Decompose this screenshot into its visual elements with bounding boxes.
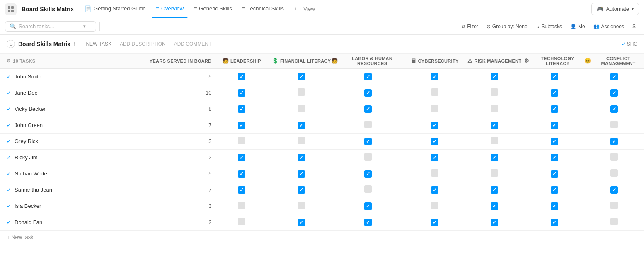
checkbox-unchecked[interactable] bbox=[610, 169, 618, 177]
checkbox-checked[interactable] bbox=[610, 186, 618, 194]
checkbox-checked[interactable] bbox=[551, 219, 558, 226]
checkbox-checked[interactable] bbox=[551, 138, 558, 145]
new-task-label[interactable]: + New task bbox=[0, 230, 644, 244]
search-chevron-icon[interactable]: ▾ bbox=[83, 24, 86, 29]
checkbox-checked[interactable] bbox=[298, 122, 305, 129]
assignees-button[interactable]: 👥 Assignees bbox=[590, 22, 627, 31]
new-task-button[interactable]: + NEW TASK bbox=[79, 40, 114, 48]
tab-generic-skills[interactable]: ≡ Generic Skills bbox=[189, 0, 236, 18]
task-check-icon[interactable]: ✓ bbox=[7, 138, 11, 144]
collapse-tasks-icon[interactable]: ⊖ bbox=[7, 58, 10, 63]
checkbox-checked[interactable] bbox=[610, 105, 618, 113]
checkbox-unchecked[interactable] bbox=[610, 218, 618, 225]
checkbox-checked[interactable] bbox=[364, 73, 372, 80]
tab-technical-skills[interactable]: ≡ Technical Skills bbox=[238, 0, 288, 18]
checkbox-checked[interactable] bbox=[551, 202, 558, 210]
checkbox-checked[interactable] bbox=[491, 219, 498, 226]
checkbox-unchecked[interactable] bbox=[238, 202, 245, 209]
info-icon[interactable]: ℹ bbox=[74, 41, 76, 47]
checkbox-checked[interactable] bbox=[610, 138, 618, 145]
checkbox-checked[interactable] bbox=[364, 170, 372, 178]
checkbox-checked[interactable] bbox=[551, 73, 558, 80]
checkbox-checked[interactable] bbox=[238, 154, 245, 161]
checkbox-checked[interactable] bbox=[298, 219, 305, 226]
checkbox-checked[interactable] bbox=[298, 186, 305, 194]
checkbox-unchecked[interactable] bbox=[431, 88, 438, 96]
group-by-button[interactable]: ⊙ Group by: None bbox=[483, 22, 531, 31]
checkbox-checked[interactable] bbox=[551, 89, 558, 97]
checkbox-checked[interactable] bbox=[238, 122, 245, 129]
checkbox-checked[interactable] bbox=[431, 154, 438, 161]
checkbox-unchecked[interactable] bbox=[491, 137, 498, 144]
task-check-icon[interactable]: ✓ bbox=[7, 106, 11, 112]
checkbox-checked[interactable] bbox=[491, 186, 498, 194]
checkbox-unchecked[interactable] bbox=[431, 169, 438, 177]
checkbox-checked[interactable] bbox=[238, 73, 245, 80]
checkbox-unchecked[interactable] bbox=[491, 169, 498, 177]
automate-button[interactable]: 🎮 Automate ▾ bbox=[591, 3, 639, 15]
checkbox-unchecked[interactable] bbox=[298, 202, 305, 209]
me-button[interactable]: 👤 Me bbox=[567, 22, 588, 31]
checkbox-checked[interactable] bbox=[491, 154, 498, 161]
search-input[interactable] bbox=[19, 23, 81, 29]
checkbox-unchecked[interactable] bbox=[238, 137, 245, 144]
task-check-icon[interactable]: ✓ bbox=[7, 73, 11, 80]
checkbox-checked[interactable] bbox=[431, 73, 438, 80]
checkbox-checked[interactable] bbox=[551, 105, 558, 113]
checkbox-checked[interactable] bbox=[364, 89, 372, 97]
subtasks-button[interactable]: ↳ Subtasks bbox=[533, 22, 565, 31]
checkbox-checked[interactable] bbox=[238, 186, 245, 194]
checkbox-checked[interactable] bbox=[551, 154, 558, 161]
add-comment-button[interactable]: ADD COMMENT bbox=[172, 40, 214, 48]
checkbox-unchecked[interactable] bbox=[364, 121, 372, 128]
checkbox-checked[interactable] bbox=[551, 170, 558, 178]
search-box[interactable]: 🔍 ▾ bbox=[5, 21, 96, 32]
checkbox-checked[interactable] bbox=[551, 122, 558, 129]
checkbox-checked[interactable] bbox=[364, 202, 372, 210]
checkbox-checked[interactable] bbox=[364, 219, 372, 226]
collapse-button[interactable]: ⊖ bbox=[7, 40, 15, 48]
checkbox-unchecked[interactable] bbox=[238, 218, 245, 225]
checkbox-checked[interactable] bbox=[491, 122, 498, 129]
task-check-icon[interactable]: ✓ bbox=[7, 90, 11, 96]
checkbox-checked[interactable] bbox=[491, 202, 498, 210]
tab-getting-started[interactable]: 📄 Getting Started Guide bbox=[80, 0, 150, 18]
checkbox-unchecked[interactable] bbox=[610, 202, 618, 209]
checkbox-checked[interactable] bbox=[431, 122, 438, 129]
checkbox-unchecked[interactable] bbox=[298, 105, 305, 112]
checkbox-checked[interactable] bbox=[298, 154, 305, 161]
checkbox-checked[interactable] bbox=[238, 170, 245, 178]
checkbox-unchecked[interactable] bbox=[431, 202, 438, 209]
task-check-icon[interactable]: ✓ bbox=[7, 219, 11, 225]
checkbox-unchecked[interactable] bbox=[491, 88, 498, 96]
checkbox-unchecked[interactable] bbox=[610, 121, 618, 128]
task-check-icon[interactable]: ✓ bbox=[7, 154, 11, 161]
settings-button[interactable]: S bbox=[629, 22, 639, 31]
checkbox-checked[interactable] bbox=[431, 138, 438, 145]
task-check-icon[interactable]: ✓ bbox=[7, 171, 11, 177]
add-description-button[interactable]: ADD DESCRIPTION bbox=[117, 40, 168, 48]
checkbox-checked[interactable] bbox=[364, 138, 372, 145]
checkbox-checked[interactable] bbox=[238, 89, 245, 97]
checkbox-unchecked[interactable] bbox=[364, 185, 372, 193]
checkbox-unchecked[interactable] bbox=[491, 105, 498, 112]
checkbox-checked[interactable] bbox=[431, 219, 438, 226]
filter-button[interactable]: ⧉ Filter bbox=[458, 22, 482, 31]
checkbox-unchecked[interactable] bbox=[298, 88, 305, 96]
checkbox-checked[interactable] bbox=[551, 186, 558, 194]
task-check-icon[interactable]: ✓ bbox=[7, 122, 11, 128]
checkbox-checked[interactable] bbox=[610, 89, 618, 97]
checkbox-checked[interactable] bbox=[238, 105, 245, 113]
checkbox-unchecked[interactable] bbox=[364, 153, 372, 161]
add-view-button[interactable]: + + View bbox=[290, 3, 319, 15]
checkbox-checked[interactable] bbox=[491, 73, 498, 80]
checkbox-checked[interactable] bbox=[364, 105, 372, 113]
checkbox-checked[interactable] bbox=[431, 186, 438, 194]
task-check-icon[interactable]: ✓ bbox=[7, 203, 11, 209]
task-check-icon[interactable]: ✓ bbox=[7, 187, 11, 193]
checkbox-checked[interactable] bbox=[298, 170, 305, 178]
new-task-row[interactable]: + New task bbox=[0, 230, 644, 244]
checkbox-checked[interactable] bbox=[298, 73, 305, 80]
checkbox-unchecked[interactable] bbox=[431, 105, 438, 112]
checkbox-unchecked[interactable] bbox=[610, 153, 618, 161]
